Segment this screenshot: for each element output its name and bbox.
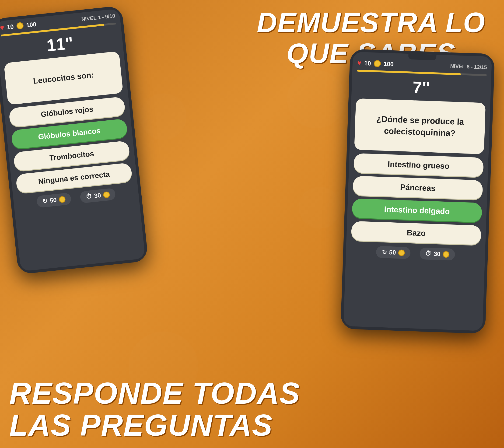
powerup1-cost-right: 50 (389, 249, 396, 256)
answer-right-2[interactable]: Intestino delgado (352, 198, 482, 222)
answers-right: Intestino grueso Páncreas Intestino delg… (346, 153, 489, 245)
powerup2-coin-left (103, 191, 110, 198)
level-left: NIVEL 1 - 9/10 (81, 13, 115, 22)
phone-left: ♥ 10 100 NIVEL 1 - 9/10 11" Leucocitos s… (0, 6, 148, 275)
question-card-right: ¿Dónde se produce la colecistoquinina? (354, 98, 486, 154)
headline-bottom-line1: RESPONDE TODAS (9, 377, 300, 409)
headline-bottom: RESPONDE TODAS LAS PREGUNTAS (9, 377, 300, 441)
hearts-right: 10 (364, 59, 371, 67)
level-right: NIVEL 8 - 12/15 (450, 63, 487, 71)
coin-icon-left (16, 22, 24, 30)
powerup2-cost-right: 30 (433, 250, 441, 258)
hearts-left: 10 (6, 23, 14, 31)
answers-left: Glóbulos rojos Glóbulos blancos Tromboci… (4, 96, 137, 194)
powerup2-right[interactable]: ⏱ 30 (419, 247, 455, 260)
notch-right (408, 54, 437, 60)
powerup2-cost-left: 30 (94, 192, 101, 200)
powerup1-icon-left: ↻ (42, 197, 48, 205)
headline-bottom-line2: LAS PREGUNTAS (9, 409, 300, 441)
answer-right-1[interactable]: Páncreas (353, 176, 483, 199)
coin-icon-right (374, 60, 381, 67)
powerup2-left[interactable]: ⏱ 30 (80, 188, 116, 203)
headline-top-line1: DEMUESTRA LO (257, 7, 485, 38)
coins-left: 100 (26, 20, 37, 29)
powerup2-coin-right (443, 251, 450, 258)
powerup2-icon-right: ⏱ (425, 250, 432, 257)
powerup1-right[interactable]: ↻ 50 (376, 246, 411, 259)
powerup2-icon-left: ⏱ (85, 193, 92, 201)
powerup1-cost-left: 50 (50, 196, 57, 204)
heart-icon-left: ♥ (0, 24, 5, 32)
heart-icon-right: ♥ (357, 59, 361, 67)
phone-right: ♥ 10 100 NIVEL 8 - 12/15 7" ¿Dónde se pr… (341, 49, 495, 334)
question-card-left: Leucocitos son: (4, 51, 123, 105)
question-text-right: ¿Dónde se produce la colecistoquinina? (361, 112, 479, 140)
question-text-left: Leucocitos son: (33, 69, 94, 87)
powerup1-icon-right: ↻ (381, 249, 387, 256)
powerup1-coin-left (59, 196, 66, 203)
powerup1-coin-right (398, 250, 405, 256)
phone-right-screen: ♥ 10 100 NIVEL 8 - 12/15 7" ¿Dónde se pr… (343, 52, 492, 331)
coins-right: 100 (383, 60, 394, 68)
phone-left-screen: ♥ 10 100 NIVEL 1 - 9/10 11" Leucocitos s… (0, 9, 145, 271)
answer-right-0[interactable]: Intestino grueso (354, 153, 484, 177)
powerup1-left[interactable]: ↻ 50 (36, 193, 72, 208)
timer-right: 7" (351, 73, 491, 101)
